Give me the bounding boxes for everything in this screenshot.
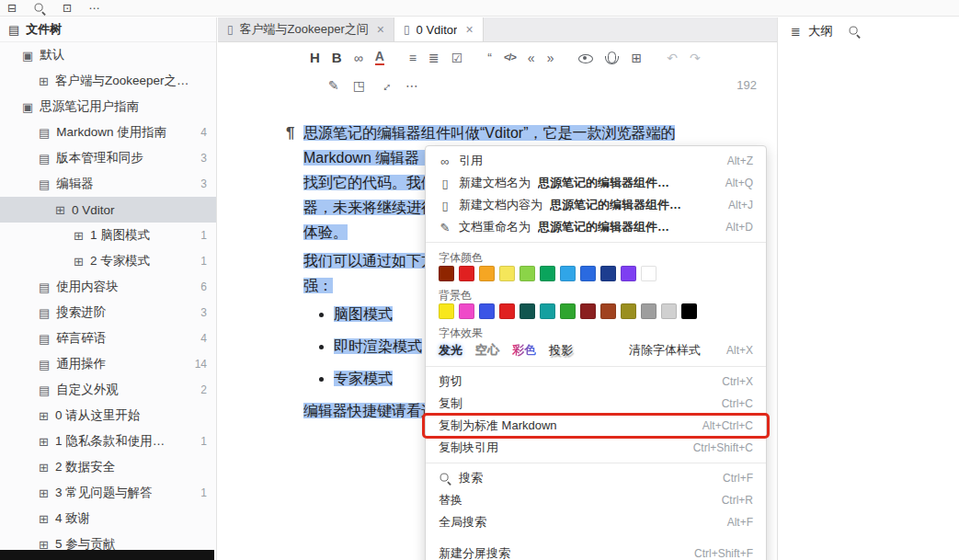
menu-item-new-doc-content[interactable]: ▯ 新建文档内容为 思源笔记的编辑器组件… Alt+J [426,194,766,216]
link-icon[interactable]: ∞ [354,51,363,64]
bg-color-swatch[interactable] [621,303,636,319]
font-color-swatch[interactable] [641,266,656,281]
unordered-list-icon[interactable]: ≡ [409,51,417,64]
tree-item-folder[interactable]: ▤ 使用内容块 6 [0,274,216,300]
redo-icon[interactable]: ↷ [690,51,701,64]
menu-item-label: 搜索 [459,470,483,486]
font-color-swatch[interactable] [540,266,555,281]
bg-color-swatch[interactable] [661,303,677,319]
code-icon[interactable]: </> [504,52,516,63]
bg-color-swatch[interactable] [681,303,697,319]
effect-hollow[interactable]: 空心 [475,342,499,359]
menu-item-ref[interactable]: ∞ 引用 Alt+Z [426,150,766,172]
menu-item-global-search[interactable]: 全局搜索 Alt+F [426,511,766,533]
outline-search-icon[interactable] [849,26,861,38]
font-color-swatch[interactable] [519,266,535,281]
undo-icon[interactable]: ↶ [667,51,678,64]
bg-color-swatch[interactable] [560,303,576,319]
breadcrumb-bar: ✎ ◳ ↔ ⋯ 192 [218,73,777,98]
fullscreen-icon[interactable]: ↔ [375,75,394,95]
folder-icon: ▤ [39,332,50,346]
effect-colorful[interactable]: 彩色 [512,342,536,359]
font-color-swatch[interactable] [600,266,616,281]
menu-item-search[interactable]: 搜索 Ctrl+F [426,467,766,489]
tree-item-folder[interactable]: ▤ 版本管理和同步 3 [0,145,216,171]
close-icon[interactable]: × [463,22,473,37]
menu-item-shortcut: Ctrl+F [714,472,753,485]
clear-font-style-button[interactable]: 清除字体样式 [629,342,701,359]
menu-item-rename-doc[interactable]: ✎ 文档重命名为 思源笔记的编辑器组件… Alt+D [426,216,766,238]
tree-item-doc-selected[interactable]: ⊞ 0 Vditor [0,197,216,223]
tree-item-folder[interactable]: ▤ 自定义外观 2 [0,377,216,403]
paragraph-gutter-icon[interactable]: ¶ [286,120,294,145]
bg-color-swatch[interactable] [540,303,555,319]
tree-item-folder[interactable]: ▤ 碎言碎语 4 [0,326,216,351]
doc-icon: ⊞ [74,255,84,269]
bg-color-swatch[interactable] [439,303,454,319]
menu-item-copy-standard-markdown[interactable]: 复制为标准 Markdown Alt+Ctrl+C [426,415,766,437]
outdent-icon[interactable]: « [528,51,535,64]
font-color-swatch[interactable] [621,266,636,281]
bg-color-swatch[interactable] [580,303,596,319]
tab-vditor[interactable]: ▯ 0 Vditor × [394,17,484,41]
headings-icon[interactable]: H [310,51,320,64]
preview-icon[interactable] [578,51,593,64]
tree-item-doc[interactable]: ⊞ 3 常见问题与解答 1 [0,480,216,506]
file-icon: ▯ [227,23,234,36]
font-color-swatch[interactable] [439,266,454,281]
bg-color-swatch[interactable] [600,303,616,319]
menu-item-cut[interactable]: 剪切 Ctrl+X [426,371,766,393]
effect-glow[interactable]: 发光 [439,342,462,359]
font-color-swatch[interactable] [479,266,495,281]
quote-icon[interactable]: “ [487,51,492,64]
record-icon[interactable] [608,51,616,63]
tree-item-notebook[interactable]: ▣ 思源笔记用户指南 [0,94,216,120]
font-color-swatch[interactable] [560,266,576,281]
workspace-icon[interactable]: ⊟ [7,3,17,14]
tree-item-doc[interactable]: ⊞ 客户端与Zookeeper之… [0,68,216,94]
tab-zookeeper[interactable]: ▯ 客户端与Zookeeper之间 × [218,17,394,41]
folder-icon: ▤ [39,358,50,371]
search-icon[interactable] [34,2,46,14]
ordered-list-icon[interactable]: ≣ [428,51,440,64]
menu-item-label: 复制为标准 Markdown [439,417,557,434]
font-color-swatch[interactable] [499,266,515,281]
bg-color-swatch[interactable] [641,303,656,319]
tree-item-doc[interactable]: ⊞ 4 致谢 [0,506,216,531]
close-icon[interactable]: × [375,22,384,37]
layout-icon[interactable]: ⊡ [63,3,72,14]
bg-color-swatch[interactable] [499,303,515,319]
effect-shadow[interactable]: 投影 [549,342,573,359]
tree-item-folder[interactable]: ▤ 编辑器 3 [0,171,216,197]
tree-item-doc[interactable]: ⊞ 1 脑图模式 1 [0,223,216,248]
tree-item-folder[interactable]: ▤ 搜索进阶 3 [0,300,216,326]
menu-item-copy-block-ref[interactable]: 复制块引用 Ctrl+Shift+C [426,437,766,459]
edit-mode-icon[interactable]: ✎ [328,78,339,93]
tree-item-doc[interactable]: ⊞ 1 隐私条款和使用… 1 [0,429,216,454]
tree-item-doc[interactable]: ⊞ 0 请从这里开始 [0,403,216,429]
bold-icon[interactable]: B [332,51,342,64]
tree-item-notebook[interactable]: ▣ 默认 [0,42,216,68]
menu-item-replace[interactable]: 替换 Ctrl+R [426,489,766,511]
open-new-icon[interactable]: ◳ [353,78,365,93]
menu-item-clipped[interactable]: 新建分屏搜索 Ctrl+Shift+F [426,543,766,560]
task-list-icon[interactable]: ☑ [451,51,463,64]
tree-item-doc[interactable]: ⊞ 2 数据安全 [0,454,216,480]
bg-color-swatch[interactable] [459,303,474,319]
menu-item-new-doc-name[interactable]: ▯ 新建文档名为 思源笔记的编辑器组件… Alt+Q [426,172,766,194]
tree-item-doc[interactable]: ⊞ 2 专家模式 1 [0,248,216,274]
appearance-icon[interactable]: A [375,50,384,65]
tree-item-label: 客户端与Zookeeper之… [55,73,189,89]
bg-color-swatch[interactable] [519,303,535,319]
more-icon[interactable]: ⋯ [88,3,99,14]
tree-item-folder[interactable]: ▤ Markdown 使用指南 4 [0,120,216,145]
menu-item-copy[interactable]: 复制 Ctrl+C [426,393,766,415]
table-icon[interactable]: ⊞ [631,51,642,64]
bg-color-swatch[interactable] [479,303,495,319]
more-options-icon[interactable]: ⋯ [405,78,418,93]
font-color-swatch[interactable] [580,266,596,281]
indent-icon[interactable]: » [547,51,554,64]
editor-toolbar: H B ∞ A ≡ ≣ ☑ “ </> « » ⊞ ↶ ↷ [218,42,777,73]
font-color-swatch[interactable] [459,266,474,281]
tree-item-folder[interactable]: ▤ 通用操作 14 [0,351,216,377]
